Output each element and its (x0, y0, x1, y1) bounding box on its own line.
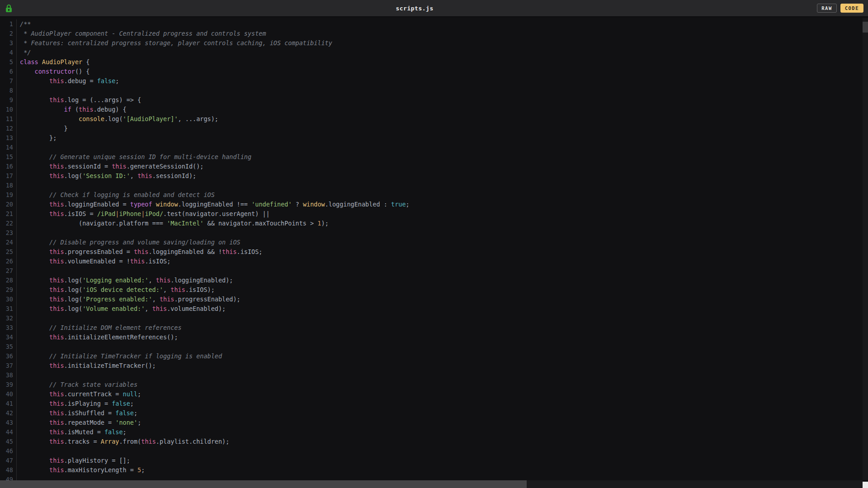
code-text: this.currentTrack = null; (17, 389, 141, 399)
line-number: 14 (0, 143, 17, 152)
code-line: 43 this.repeatMode = 'none'; (0, 418, 863, 427)
line-number: 27 (0, 266, 17, 276)
line-number: 38 (0, 371, 17, 380)
raw-button[interactable]: RAW (817, 4, 836, 13)
line-number: 34 (0, 333, 17, 342)
line-number: 8 (0, 86, 17, 95)
header-bar: scripts.js RAW CODE (0, 0, 868, 17)
code-text: this.log('Progress enabled:', this.progr… (17, 295, 241, 304)
code-line: 24 // Disable progress and volume saving… (0, 238, 863, 247)
code-text (17, 446, 20, 456)
code-line: 13 }; (0, 133, 863, 143)
code-text (17, 371, 20, 380)
code-line: 30 this.log('Progress enabled:', this.pr… (0, 295, 863, 304)
code-text: this.tracks = Array.from(this.playlist.c… (17, 437, 229, 446)
line-number: 39 (0, 380, 17, 389)
horizontal-scrollbar-thumb[interactable] (0, 480, 527, 488)
code-line: 20 this.loggingEnabled = typeof window.l… (0, 200, 863, 209)
code-line: 17 this.log('Session ID:', this.sessionI… (0, 171, 863, 181)
code-line: 40 this.currentTrack = null; (0, 389, 863, 399)
line-number: 26 (0, 257, 17, 266)
code-line: 31 this.log('Volume enabled:', this.volu… (0, 304, 863, 314)
code-text: /** (17, 19, 31, 29)
code-line: 19 // Check if logging is enabled and de… (0, 190, 863, 200)
code-line: 39 // Track state variables (0, 380, 863, 389)
line-number: 40 (0, 389, 17, 399)
code-text: if (this.debug) { (17, 105, 127, 114)
code-text: class AudioPlayer { (17, 57, 90, 67)
line-number: 48 (0, 465, 17, 475)
code-text: // Generate unique session ID for multi-… (17, 152, 251, 162)
vertical-scrollbar[interactable] (863, 18, 868, 480)
line-number: 18 (0, 181, 17, 190)
code-text: this.log('iOS device detected:', this.is… (17, 285, 215, 295)
code-text: this.sessionId = this.generateSessionId(… (17, 162, 203, 171)
code-text: } (17, 124, 68, 133)
code-text (17, 181, 20, 190)
code-text: // Disable progress and volume saving/lo… (17, 238, 241, 247)
line-number: 22 (0, 219, 17, 228)
code-line: 2 * AudioPlayer component - Centralized … (0, 29, 863, 38)
line-number: 33 (0, 323, 17, 333)
code-line: 9 this.log = (...args) => { (0, 95, 863, 105)
code-line: 32 (0, 314, 863, 323)
line-number: 10 (0, 105, 17, 114)
code-text: * Features: centralized progress storage… (17, 38, 332, 48)
line-number: 37 (0, 361, 17, 371)
code-line: 6 constructor() { (0, 67, 863, 76)
line-number: 6 (0, 67, 17, 76)
code-text: this.isMuted = false; (17, 427, 127, 437)
code-line: 4 */ (0, 48, 863, 57)
line-number: 29 (0, 285, 17, 295)
line-number: 47 (0, 456, 17, 465)
code-text: }; (17, 133, 57, 143)
code-text: // Track state variables (17, 380, 137, 389)
code-text: this.debug = false; (17, 76, 119, 86)
line-number: 36 (0, 352, 17, 361)
code-button[interactable]: CODE (840, 4, 863, 13)
code-text (17, 314, 20, 323)
code-viewer: 1/**2 * AudioPlayer component - Centrali… (0, 18, 863, 488)
code-line: 14 (0, 143, 863, 152)
code-text: // Initialize TimeTracker if logging is … (17, 352, 222, 361)
code-line: 41 this.isPlaying = false; (0, 399, 863, 408)
code-line: 28 this.log('Logging enabled:', this.log… (0, 276, 863, 285)
code-text: this.isPlaying = false; (17, 399, 134, 408)
line-number: 9 (0, 95, 17, 105)
code-text: * AudioPlayer component - Centralized pr… (17, 29, 266, 38)
line-number: 5 (0, 57, 17, 67)
code-line: 46 (0, 446, 863, 456)
line-number: 32 (0, 314, 17, 323)
file-title: scripts.js (12, 5, 817, 12)
code-text: this.initializeTimeTracker(); (17, 361, 156, 371)
line-number: 46 (0, 446, 17, 456)
code-line: 35 (0, 342, 863, 352)
code-text: this.log = (...args) => { (17, 95, 141, 105)
code-text: this.log('Session ID:', this.sessionId); (17, 171, 196, 181)
vertical-scrollbar-thumb[interactable] (863, 22, 868, 33)
code-line: 11 console.log('[AudioPlayer]', ...args)… (0, 114, 863, 124)
line-number: 1 (0, 19, 17, 29)
line-number: 24 (0, 238, 17, 247)
code-text: this.log('Volume enabled:', this.volumeE… (17, 304, 226, 314)
code-text: this.playHistory = []; (17, 456, 130, 465)
code-line: 1/** (0, 19, 863, 29)
line-number: 19 (0, 190, 17, 200)
horizontal-scrollbar[interactable] (0, 480, 863, 488)
code-line: 15 // Generate unique session ID for mul… (0, 152, 863, 162)
line-number: 2 (0, 29, 17, 38)
code-line: 45 this.tracks = Array.from(this.playlis… (0, 437, 863, 446)
code-text: // Initialize DOM element references (17, 323, 182, 333)
code-text (17, 266, 20, 276)
code-line: 22 (navigator.platform === 'MacIntel' &&… (0, 219, 863, 228)
code-text (17, 228, 20, 238)
code-line: 47 this.playHistory = []; (0, 456, 863, 465)
line-number: 41 (0, 399, 17, 408)
code-line: 12 } (0, 124, 863, 133)
line-number: 42 (0, 408, 17, 418)
line-number: 44 (0, 427, 17, 437)
line-number: 3 (0, 38, 17, 48)
code-text: this.log('Logging enabled:', this.loggin… (17, 276, 233, 285)
code-line: 37 this.initializeTimeTracker(); (0, 361, 863, 371)
code-text: console.log('[AudioPlayer]', ...args); (17, 114, 218, 124)
